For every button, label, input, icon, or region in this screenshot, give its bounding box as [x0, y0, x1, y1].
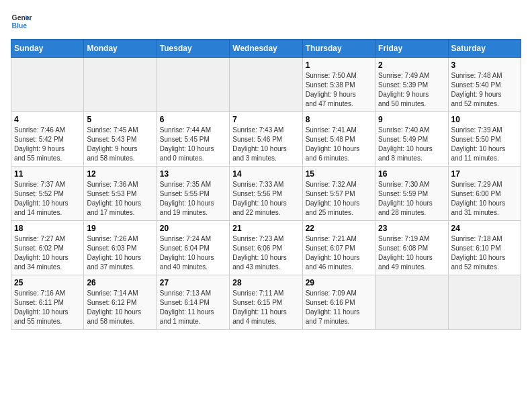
day-number: 27 — [160, 278, 226, 287]
day-info: Sunrise: 7:09 AM Sunset: 6:16 PM Dayligh… — [306, 289, 372, 326]
calendar-cell — [84, 58, 157, 112]
calendar-cell: 28Sunrise: 7:11 AM Sunset: 6:15 PM Dayli… — [230, 275, 302, 330]
calendar-cell: 10Sunrise: 7:39 AM Sunset: 5:50 PM Dayli… — [448, 112, 521, 167]
day-info: Sunrise: 7:36 AM Sunset: 5:53 PM Dayligh… — [87, 180, 153, 218]
day-info: Sunrise: 7:50 AM Sunset: 5:38 PM Dayligh… — [306, 71, 372, 109]
calendar-cell: 14Sunrise: 7:33 AM Sunset: 5:56 PM Dayli… — [230, 167, 302, 221]
day-info: Sunrise: 7:35 AM Sunset: 5:55 PM Dayligh… — [160, 180, 226, 218]
day-number: 25 — [14, 278, 81, 287]
day-info: Sunrise: 7:40 AM Sunset: 5:49 PM Dayligh… — [378, 126, 445, 163]
day-info: Sunrise: 7:49 AM Sunset: 5:39 PM Dayligh… — [378, 71, 445, 109]
calendar-cell: 19Sunrise: 7:26 AM Sunset: 6:03 PM Dayli… — [84, 221, 157, 275]
page-header: General Blue — [11, 11, 521, 32]
day-info: Sunrise: 7:24 AM Sunset: 6:04 PM Dayligh… — [160, 234, 226, 272]
weekday-header-tuesday: Tuesday — [157, 40, 229, 58]
day-info: Sunrise: 7:16 AM Sunset: 6:11 PM Dayligh… — [14, 289, 81, 326]
day-number: 21 — [232, 224, 299, 233]
logo-icon: General Blue — [11, 11, 32, 32]
day-number: 2 — [378, 60, 445, 70]
weekday-header-saturday: Saturday — [448, 40, 521, 58]
calendar-cell — [157, 58, 229, 112]
day-number: 18 — [14, 224, 81, 233]
calendar-cell — [375, 275, 448, 330]
calendar-cell: 23Sunrise: 7:19 AM Sunset: 6:08 PM Dayli… — [375, 221, 448, 275]
day-number: 9 — [378, 115, 445, 124]
calendar-cell: 13Sunrise: 7:35 AM Sunset: 5:55 PM Dayli… — [157, 167, 229, 221]
day-number: 6 — [160, 115, 226, 124]
day-info: Sunrise: 7:26 AM Sunset: 6:03 PM Dayligh… — [87, 234, 153, 272]
day-number: 4 — [14, 115, 81, 124]
day-info: Sunrise: 7:27 AM Sunset: 6:02 PM Dayligh… — [14, 234, 81, 272]
day-info: Sunrise: 7:44 AM Sunset: 5:45 PM Dayligh… — [160, 126, 226, 163]
day-number: 10 — [451, 115, 518, 124]
day-number: 3 — [451, 60, 518, 70]
calendar-cell: 2Sunrise: 7:49 AM Sunset: 5:39 PM Daylig… — [375, 58, 448, 112]
day-info: Sunrise: 7:11 AM Sunset: 6:15 PM Dayligh… — [232, 289, 299, 326]
day-info: Sunrise: 7:46 AM Sunset: 5:42 PM Dayligh… — [14, 126, 81, 163]
weekday-header-monday: Monday — [84, 40, 157, 58]
day-info: Sunrise: 7:23 AM Sunset: 6:06 PM Dayligh… — [232, 234, 299, 272]
calendar-cell: 16Sunrise: 7:30 AM Sunset: 5:59 PM Dayli… — [375, 167, 448, 221]
day-number: 20 — [160, 224, 226, 233]
calendar-cell: 6Sunrise: 7:44 AM Sunset: 5:45 PM Daylig… — [157, 112, 229, 167]
calendar-cell: 25Sunrise: 7:16 AM Sunset: 6:11 PM Dayli… — [11, 275, 84, 330]
day-info: Sunrise: 7:21 AM Sunset: 6:07 PM Dayligh… — [306, 234, 372, 272]
calendar-cell: 7Sunrise: 7:43 AM Sunset: 5:46 PM Daylig… — [230, 112, 302, 167]
day-number: 22 — [306, 224, 372, 233]
calendar-cell: 29Sunrise: 7:09 AM Sunset: 6:16 PM Dayli… — [302, 275, 375, 330]
day-number: 26 — [87, 278, 153, 287]
day-info: Sunrise: 7:13 AM Sunset: 6:14 PM Dayligh… — [160, 289, 226, 326]
calendar-cell: 20Sunrise: 7:24 AM Sunset: 6:04 PM Dayli… — [157, 221, 229, 275]
calendar-cell: 9Sunrise: 7:40 AM Sunset: 5:49 PM Daylig… — [375, 112, 448, 167]
calendar-cell: 5Sunrise: 7:45 AM Sunset: 5:43 PM Daylig… — [84, 112, 157, 167]
day-info: Sunrise: 7:39 AM Sunset: 5:50 PM Dayligh… — [451, 126, 518, 163]
day-number: 16 — [378, 169, 445, 179]
week-row-1: 1Sunrise: 7:50 AM Sunset: 5:38 PM Daylig… — [11, 58, 521, 112]
day-info: Sunrise: 7:48 AM Sunset: 5:40 PM Dayligh… — [451, 71, 518, 109]
week-row-5: 25Sunrise: 7:16 AM Sunset: 6:11 PM Dayli… — [11, 275, 521, 330]
calendar-cell: 12Sunrise: 7:36 AM Sunset: 5:53 PM Dayli… — [84, 167, 157, 221]
svg-text:Blue: Blue — [12, 22, 28, 30]
weekday-header-sunday: Sunday — [11, 40, 84, 58]
day-number: 19 — [87, 224, 153, 233]
weekday-header-row: SundayMondayTuesdayWednesdayThursdayFrid… — [11, 40, 521, 58]
calendar-cell: 4Sunrise: 7:46 AM Sunset: 5:42 PM Daylig… — [11, 112, 84, 167]
day-info: Sunrise: 7:14 AM Sunset: 6:12 PM Dayligh… — [87, 289, 153, 326]
calendar-cell: 1Sunrise: 7:50 AM Sunset: 5:38 PM Daylig… — [302, 58, 375, 112]
weekday-header-friday: Friday — [375, 40, 448, 58]
day-info: Sunrise: 7:19 AM Sunset: 6:08 PM Dayligh… — [378, 234, 445, 272]
day-info: Sunrise: 7:30 AM Sunset: 5:59 PM Dayligh… — [378, 180, 445, 218]
day-number: 28 — [232, 278, 299, 287]
day-number: 13 — [160, 169, 226, 179]
day-info: Sunrise: 7:29 AM Sunset: 6:00 PM Dayligh… — [451, 180, 518, 218]
day-number: 23 — [378, 224, 445, 233]
calendar-cell: 21Sunrise: 7:23 AM Sunset: 6:06 PM Dayli… — [230, 221, 302, 275]
day-number: 29 — [306, 278, 372, 287]
day-number: 15 — [306, 169, 372, 179]
svg-text:General: General — [12, 14, 32, 21]
weekday-header-thursday: Thursday — [302, 40, 375, 58]
day-number: 1 — [306, 60, 372, 70]
day-info: Sunrise: 7:32 AM Sunset: 5:57 PM Dayligh… — [306, 180, 372, 218]
calendar-cell — [11, 58, 84, 112]
day-number: 5 — [87, 115, 153, 124]
weekday-header-wednesday: Wednesday — [230, 40, 302, 58]
week-row-4: 18Sunrise: 7:27 AM Sunset: 6:02 PM Dayli… — [11, 221, 521, 275]
week-row-3: 11Sunrise: 7:37 AM Sunset: 5:52 PM Dayli… — [11, 167, 521, 221]
day-number: 7 — [232, 115, 299, 124]
day-number: 8 — [306, 115, 372, 124]
calendar-cell: 27Sunrise: 7:13 AM Sunset: 6:14 PM Dayli… — [157, 275, 229, 330]
calendar-cell: 3Sunrise: 7:48 AM Sunset: 5:40 PM Daylig… — [448, 58, 521, 112]
calendar-cell: 15Sunrise: 7:32 AM Sunset: 5:57 PM Dayli… — [302, 167, 375, 221]
calendar-cell: 22Sunrise: 7:21 AM Sunset: 6:07 PM Dayli… — [302, 221, 375, 275]
day-number: 14 — [232, 169, 299, 179]
day-number: 17 — [451, 169, 518, 179]
day-number: 24 — [451, 224, 518, 233]
day-info: Sunrise: 7:33 AM Sunset: 5:56 PM Dayligh… — [232, 180, 299, 218]
calendar-cell: 18Sunrise: 7:27 AM Sunset: 6:02 PM Dayli… — [11, 221, 84, 275]
calendar-cell: 17Sunrise: 7:29 AM Sunset: 6:00 PM Dayli… — [448, 167, 521, 221]
day-info: Sunrise: 7:45 AM Sunset: 5:43 PM Dayligh… — [87, 126, 153, 163]
day-number: 11 — [14, 169, 81, 179]
logo: General Blue — [11, 11, 32, 32]
day-info: Sunrise: 7:18 AM Sunset: 6:10 PM Dayligh… — [451, 234, 518, 272]
